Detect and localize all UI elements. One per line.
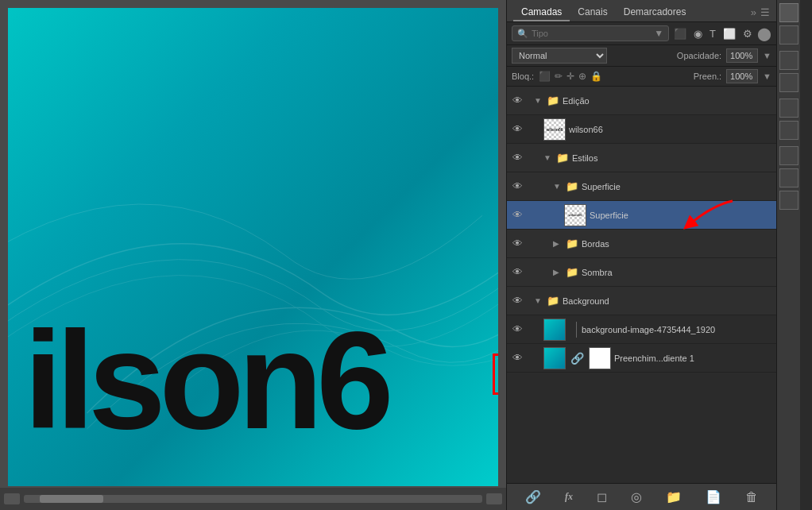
search-input[interactable] (532, 29, 651, 38)
tab-demarcadores[interactable]: Demarcadores (616, 4, 694, 21)
canvas-scrollbar[interactable] (0, 488, 506, 510)
layer-bg-image[interactable]: 👁 background-image-4735444_1920 (507, 315, 776, 344)
fill-dropdown-icon[interactable]: ▼ (763, 71, 771, 81)
expand-arrow-sombra[interactable]: ▶ (553, 268, 563, 276)
blend-mode-select[interactable]: Normal Multiply Screen (512, 48, 607, 64)
visibility-icon-superficie-group[interactable]: 👁 (510, 180, 524, 192)
fill-input[interactable] (726, 69, 758, 83)
right-tool-2[interactable] (779, 25, 798, 44)
folder-icon-background: 📁 (547, 295, 559, 307)
svg-text:ilson6: ilson6 (24, 303, 389, 444)
thumb-bg-image (543, 319, 566, 341)
expand-arrow-estilos[interactable]: ▼ (543, 153, 553, 162)
search-box[interactable]: 🔍 ▼ (512, 25, 669, 41)
right-tool-4[interactable] (779, 73, 798, 92)
right-tool-8[interactable] (779, 168, 798, 187)
search-icon: 🔍 (517, 29, 528, 39)
layer-name-superficie: Superficie (590, 211, 773, 220)
folder-icon-superficie: 📁 (566, 180, 578, 192)
layer-group-edicao[interactable]: 👁 ▼ 📁 Edição (507, 87, 776, 115)
thumb-bg-chain (569, 319, 578, 341)
right-tool-5[interactable] (779, 99, 798, 118)
lock-icons-group: ⬛ ✏ ✛ ⊕ 🔒 (539, 71, 602, 82)
folder-icon-sombra: 📁 (566, 266, 578, 278)
filter-adjust-icon[interactable]: ◉ (692, 27, 704, 41)
tab-canais[interactable]: Canais (570, 4, 615, 21)
layers-list: 👁 ▼ 📁 Edição 👁 wilson66 wilson66 👁 ▼ 📁 E… (507, 87, 776, 483)
visibility-icon-bordas[interactable]: 👁 (510, 238, 524, 249)
opacity-dropdown-icon[interactable]: ▼ (763, 51, 771, 60)
layer-group-bordas[interactable]: 👁 ▶ 📁 Bordas (507, 230, 776, 258)
visibility-icon-estilos[interactable]: 👁 (510, 152, 524, 164)
layer-name-estilos: Estilos (572, 153, 773, 163)
expand-panels-icon[interactable]: » (751, 6, 756, 18)
opacity-input[interactable] (726, 48, 758, 63)
chain-link-icon: 🔗 (569, 352, 586, 365)
visibility-icon-edicao[interactable]: 👁 (510, 95, 524, 106)
layer-filter-icons: ⬛ ◉ T ⬜ ⚙ (672, 27, 754, 41)
layer-name-background: Background (563, 296, 773, 306)
panel-menu-icon[interactable]: ☰ (760, 6, 770, 18)
new-layer-icon[interactable]: 📄 (702, 487, 725, 507)
lock-brush-icon[interactable]: ✏ (555, 71, 563, 82)
thumb-wilson66: wilson66 (543, 118, 566, 141)
expand-arrow-edicao[interactable]: ▼ (534, 96, 543, 105)
folder-icon-edicao: 📁 (547, 95, 559, 106)
right-tool-3[interactable] (779, 51, 798, 70)
expand-arrow-superficie[interactable]: ▼ (553, 182, 563, 191)
right-side-toolbar (776, 0, 800, 510)
lock-label: Bloq.: (512, 71, 534, 81)
lock-all-icon[interactable]: 🔒 (590, 71, 602, 82)
filter-pixel-icon[interactable]: ⬛ (672, 27, 688, 41)
visibility-icon-bg-image[interactable]: 👁 (510, 323, 524, 335)
filter-text-icon[interactable]: T (708, 27, 717, 41)
visibility-icon-wilson66[interactable]: 👁 (510, 123, 524, 135)
filter-shape-icon[interactable]: ⬜ (721, 27, 737, 41)
layer-group-estilos[interactable]: 👁 ▼ 📁 Estilos (507, 144, 776, 172)
layer-name-preench: Preenchim...diente 1 (614, 354, 773, 363)
layer-group-background[interactable]: 👁 ▼ 📁 Background (507, 287, 776, 315)
horizontal-scrollbar[interactable] (24, 495, 482, 503)
search-dropdown-arrow[interactable]: ▼ (654, 28, 663, 39)
right-tool-6[interactable] (779, 121, 798, 140)
new-group-icon[interactable]: 📁 (662, 487, 686, 507)
visibility-icon-preench[interactable]: 👁 (510, 352, 524, 364)
right-tool-1[interactable] (779, 3, 798, 22)
tab-camadas[interactable]: Camadas (513, 4, 570, 21)
layer-preenchimento[interactable]: 👁 🔗 Preenchim...diente 1 (507, 344, 776, 373)
add-mask-icon[interactable]: ◻ (593, 487, 611, 507)
filter-toggle-icon[interactable]: ⬤ (757, 26, 771, 41)
visibility-icon-sombra[interactable]: 👁 (510, 266, 524, 278)
opacity-label: Opacidade: (677, 51, 721, 60)
lock-fill-row: Bloq.: ⬛ ✏ ✛ ⊕ 🔒 Preen.: ▼ (507, 67, 776, 87)
lock-transparent-icon[interactable]: ⬛ (539, 71, 551, 82)
layer-superficie[interactable]: 👁 wilson66 Superficie (507, 201, 776, 230)
visibility-icon-superficie[interactable]: 👁 (510, 209, 524, 221)
filter-toolbar: 🔍 ▼ ⬛ ◉ T ⬜ ⚙ ⬤ (507, 22, 776, 45)
layers-panel: Camadas Canais Demarcadores » ☰ 🔍 ▼ ⬛ ◉ … (506, 0, 776, 510)
fill-label: Preen.: (694, 71, 721, 81)
link-layers-icon[interactable]: 🔗 (521, 487, 545, 507)
thumb-preench-main (543, 347, 566, 369)
layer-name-wilson66: wilson66 (569, 125, 773, 134)
layer-effects-icon[interactable]: fx (561, 489, 577, 505)
thumb-superficie: wilson66 (564, 204, 586, 226)
layer-name-sombra: Sombra (582, 268, 773, 277)
layer-group-sombra[interactable]: 👁 ▶ 📁 Sombra (507, 258, 776, 287)
delete-layer-icon[interactable]: 🗑 (741, 488, 762, 507)
visibility-icon-background[interactable]: 👁 (510, 295, 524, 307)
canvas-content: ilson6 (8, 8, 498, 486)
lock-move-icon[interactable]: ✛ (566, 71, 574, 82)
layer-wilson66[interactable]: 👁 wilson66 wilson66 (507, 115, 776, 144)
expand-arrow-bordas[interactable]: ▶ (553, 239, 563, 248)
layer-group-superficie[interactable]: 👁 ▼ 📁 Superficie (507, 172, 776, 201)
right-tool-7[interactable] (779, 146, 798, 165)
filter-smart-icon[interactable]: ⚙ (741, 27, 754, 41)
expand-arrow-background[interactable]: ▼ (534, 296, 543, 305)
right-tool-9[interactable] (779, 191, 798, 210)
panel-tabs: Camadas Canais Demarcadores » ☰ (507, 0, 776, 22)
layer-name-bg-image: background-image-4735444_1920 (582, 325, 773, 334)
lock-artboard-icon[interactable]: ⊕ (578, 71, 586, 82)
folder-icon-bordas: 📁 (566, 238, 578, 249)
new-adjustment-icon[interactable]: ◎ (627, 487, 646, 507)
